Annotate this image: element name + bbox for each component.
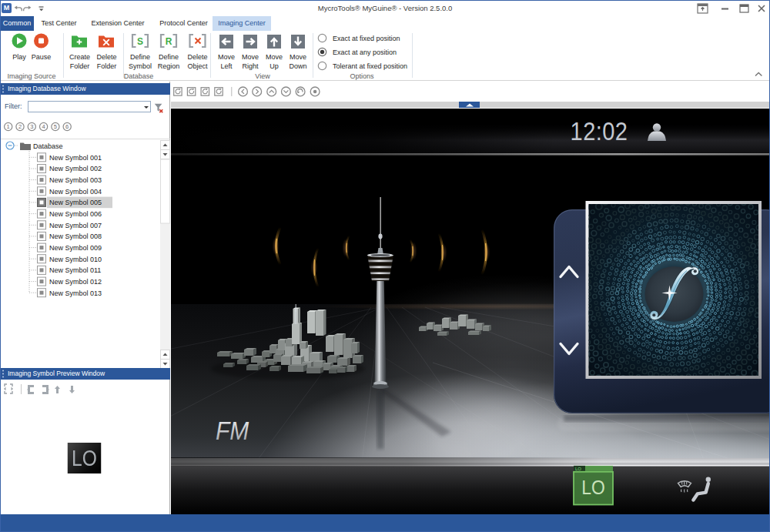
svg-text:New Symbol 011: New Symbol 011 [49, 266, 101, 274]
svg-text:New Symbol 013: New Symbol 013 [49, 289, 102, 297]
svg-text:6: 6 [65, 123, 69, 130]
svg-text:12:02: 12:02 [571, 117, 628, 146]
svg-text:R: R [166, 36, 172, 47]
svg-text:New Symbol 004: New Symbol 004 [49, 188, 102, 196]
svg-text:New Symbol 006: New Symbol 006 [49, 210, 102, 218]
svg-text:Database: Database [33, 142, 63, 150]
svg-text:LO: LO [581, 477, 605, 499]
svg-text:1: 1 [7, 123, 10, 130]
svg-text:2: 2 [18, 123, 22, 130]
svg-text:New Symbol 009: New Symbol 009 [49, 244, 102, 252]
svg-text:New Symbol 010: New Symbol 010 [49, 256, 102, 263]
svg-text:New Symbol 001: New Symbol 001 [49, 154, 102, 162]
svg-text:New Symbol 002: New Symbol 002 [49, 165, 102, 172]
svg-text:4: 4 [42, 123, 45, 130]
svg-text:New Symbol 003: New Symbol 003 [49, 176, 102, 184]
svg-text:FM: FM [216, 416, 249, 445]
svg-text:New Symbol 012: New Symbol 012 [49, 278, 102, 286]
svg-text:New Symbol 005: New Symbol 005 [49, 199, 102, 206]
svg-text:S: S [137, 36, 143, 47]
svg-text:New Symbol 007: New Symbol 007 [49, 222, 102, 229]
svg-text:5: 5 [54, 123, 57, 130]
svg-text:LO: LO [575, 467, 581, 471]
svg-text:3: 3 [30, 123, 33, 130]
svg-text:New Symbol 008: New Symbol 008 [49, 233, 102, 240]
